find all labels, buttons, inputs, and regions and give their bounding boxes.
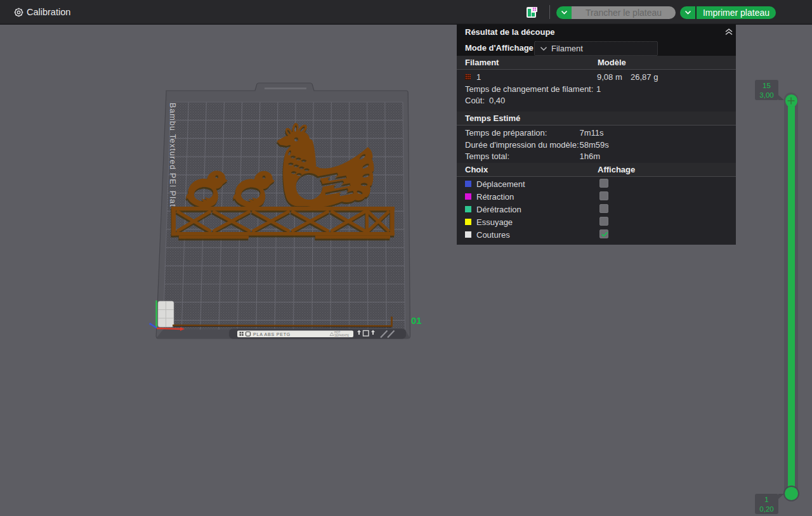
svg-text:SEPARATE: SEPARATE xyxy=(334,334,349,337)
svg-text:01: 01 xyxy=(411,315,422,326)
svg-text:PLA ABS PETG: PLA ABS PETG xyxy=(253,332,291,337)
